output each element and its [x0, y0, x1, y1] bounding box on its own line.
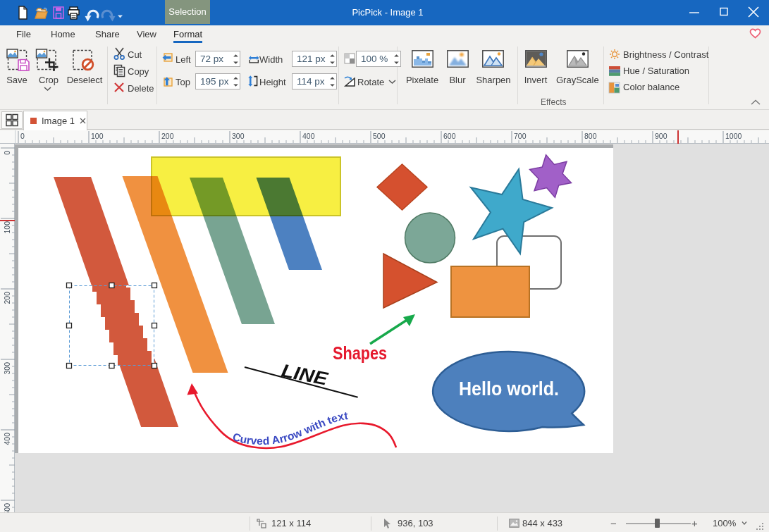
svg-text:500: 500: [373, 132, 386, 140]
svg-text:100: 100: [91, 132, 104, 140]
svg-text:600: 600: [443, 132, 456, 140]
svg-text:Hello world.: Hello world.: [459, 378, 559, 400]
svg-text:400: 400: [3, 433, 11, 445]
svg-text:Shapes: Shapes: [333, 343, 387, 363]
svg-text:900: 900: [655, 132, 668, 140]
svg-text:200: 200: [3, 292, 11, 304]
svg-text:700: 700: [514, 132, 527, 140]
svg-text:400: 400: [302, 132, 315, 140]
svg-text:500: 500: [3, 503, 11, 512]
svg-text:1000: 1000: [725, 132, 742, 140]
svg-text:0: 0: [3, 151, 11, 155]
svg-text:300: 300: [3, 362, 11, 375]
svg-text:200: 200: [161, 132, 174, 140]
svg-text:100: 100: [3, 221, 11, 234]
svg-text:0: 0: [20, 132, 25, 140]
svg-text:800: 800: [584, 132, 597, 140]
svg-text:300: 300: [232, 132, 245, 140]
